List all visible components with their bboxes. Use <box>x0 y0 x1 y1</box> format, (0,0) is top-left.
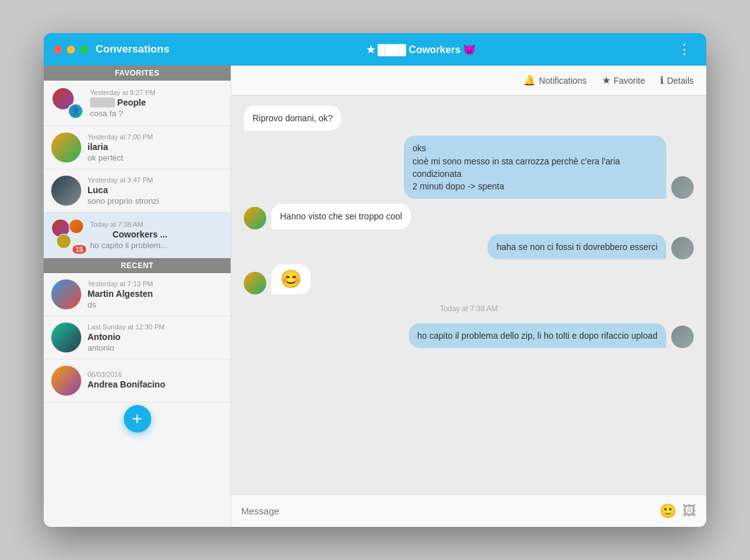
avatar-antonio <box>51 322 81 352</box>
minimize-button[interactable] <box>67 46 75 54</box>
convo-name-luca: Luca <box>88 185 223 195</box>
avatar-group-coworkers: 15 <box>51 219 84 251</box>
message-bubble: Hanno visto che sei troppo cool <box>271 204 411 229</box>
message-row: Riprovo domani, ok? <box>244 106 694 131</box>
sidebar: FAVORITES 👤 Yesterday at 9:27 PM ████ Pe… <box>44 66 231 527</box>
ga2 <box>69 219 84 234</box>
message-row: ho capito il problema dello zip, li ho t… <box>244 323 694 348</box>
message-bubble: haha se non ci fossi ti dovrebbero esser… <box>488 234 666 259</box>
convo-time-luca: Yesterday at 3:47 PM <box>88 176 223 184</box>
message-row: oks cioè mi sono messo in sta carrozza p… <box>244 136 694 199</box>
convo-preview-coworkers: ho capito il problem... <box>90 241 223 250</box>
fullscreen-button[interactable] <box>80 46 88 54</box>
star-icon: ★ <box>602 74 611 86</box>
bell-icon: 🔔 <box>523 74 536 86</box>
convo-item-antonio[interactable]: Last Sunday at 12:30 PM Antonio antonio <box>44 316 231 359</box>
convo-preview-martin: ds <box>88 300 223 309</box>
chat-input-bar: 🙂 🖼 <box>231 494 706 527</box>
info-icon: ℹ <box>660 74 664 86</box>
titlebar: Conversations ★ ████ Coworkers 😈 ⋮ <box>44 33 706 66</box>
notifications-label: Notifications <box>539 76 586 86</box>
message-row: haha se non ci fossi ti dovrebbero esser… <box>244 234 694 259</box>
main-area: FAVORITES 👤 Yesterday at 9:27 PM ████ Pe… <box>44 66 706 527</box>
convo-item-coworkers[interactable]: 15 Today at 7:38 AM Coworkers ... ho cap… <box>44 212 231 258</box>
message-avatar <box>244 272 266 294</box>
message-avatar <box>671 176 694 199</box>
recent-header: RECENT <box>44 258 231 273</box>
convo-text-antonio: Last Sunday at 12:30 PM Antonio antonio <box>88 323 223 352</box>
avatar-martin <box>51 279 81 309</box>
convo-name-coworkers: Coworkers ... <box>90 229 223 239</box>
convo-text-martin: Yesterday at 7:13 PM Martin Algesten ds <box>88 280 223 309</box>
convo-item-martin[interactable]: Yesterday at 7:13 PM Martin Algesten ds <box>44 273 231 316</box>
convo-preview: cosa fa ? <box>90 109 223 118</box>
message-bubble-emoji: 😊 <box>271 264 311 294</box>
message-avatar <box>671 237 694 259</box>
convo-time-andrea: 06/03/2016 <box>88 371 223 378</box>
emoji-button[interactable]: 🙂 <box>659 503 676 519</box>
details-button[interactable]: ℹ Details <box>660 74 694 86</box>
convo-text-coworkers: Today at 7:38 AM Coworkers ... ho capito… <box>90 221 223 250</box>
convo-name-andrea: Andrea Bonifacino <box>88 379 223 389</box>
convo-item-andrea[interactable]: 06/03/2016 Andrea Bonifacino <box>44 359 231 402</box>
traffic-lights <box>54 46 88 54</box>
favorite-label: Favorite <box>614 76 646 86</box>
notifications-button[interactable]: 🔔 Notifications <box>523 74 586 86</box>
date-divider: Today at 7:38 AM <box>244 299 694 318</box>
more-options-button[interactable]: ⋮ <box>672 39 696 60</box>
convo-item-people[interactable]: 👤 Yesterday at 9:27 PM ████ People cosa … <box>44 81 231 126</box>
convo-text-andrea: 06/03/2016 Andrea Bonifacino <box>88 371 223 391</box>
convo-item-luca[interactable]: Yesterday at 3:47 PM Luca sono proprio s… <box>44 169 231 212</box>
favorites-header: FAVORITES <box>44 66 231 81</box>
message-row: Hanno visto che sei troppo cool <box>244 204 694 229</box>
message-bubble: Riprovo domani, ok? <box>244 106 341 131</box>
convo-text-luca: Yesterday at 3:47 PM Luca sono proprio s… <box>88 176 223 206</box>
app-window: Conversations ★ ████ Coworkers 😈 ⋮ FAVOR… <box>44 33 706 527</box>
convo-text-people: Yesterday at 9:27 PM ████ People cosa fa… <box>90 89 223 118</box>
convo-name-ilaria: ilaria <box>88 142 223 152</box>
favorite-button[interactable]: ★ Favorite <box>602 74 646 86</box>
convo-preview-antonio: antonio <box>88 343 223 352</box>
convo-time-antonio: Last Sunday at 12:30 PM <box>88 323 223 331</box>
sidebar-title: Conversations <box>96 43 169 56</box>
convo-time: Yesterday at 9:27 PM <box>90 89 223 96</box>
convo-preview-luca: sono proprio stronzi <box>88 196 223 206</box>
avatar-people-sub: 👤 <box>68 103 84 119</box>
avatar-ilaria <box>51 132 81 162</box>
message-row: 😊 <box>244 264 694 294</box>
message-input[interactable] <box>241 506 653 516</box>
convo-name: ████ People <box>90 98 223 108</box>
details-label: Details <box>667 76 694 86</box>
message-bubble: ho capito il problema dello zip, li ho t… <box>409 323 666 348</box>
avatar-stack-people: 👤 <box>51 87 84 119</box>
message-avatar <box>671 326 694 348</box>
convo-text-ilaria: Yesterday at 7:00 PM ilaria ok perfect <box>88 133 223 162</box>
convo-time-ilaria: Yesterday at 7:00 PM <box>88 133 223 141</box>
avatar-andrea <box>51 366 81 396</box>
chat-area: 🔔 Notifications ★ Favorite ℹ Details Rip… <box>231 66 706 527</box>
convo-item-ilaria[interactable]: Yesterday at 7:00 PM ilaria ok perfect <box>44 126 231 169</box>
chat-title: ★ ████ Coworkers 😈 <box>366 44 476 56</box>
convo-preview-ilaria: ok perfect <box>88 153 223 162</box>
messages-list: Riprovo domani, ok? oks cioè mi sono mes… <box>231 96 706 494</box>
chat-toolbar: 🔔 Notifications ★ Favorite ℹ Details <box>231 66 706 96</box>
new-conversation-button[interactable]: + <box>124 405 151 432</box>
attachment-button[interactable]: 🖼 <box>682 503 696 519</box>
convo-name-martin: Martin Algesten <box>88 289 223 299</box>
convo-name-antonio: Antonio <box>88 332 223 342</box>
message-avatar <box>244 207 266 229</box>
convo-time-coworkers: Today at 7:38 AM <box>90 221 223 228</box>
message-bubble: oks cioè mi sono messo in sta carrozza p… <box>404 136 666 199</box>
close-button[interactable] <box>54 46 62 54</box>
chat-title-area: ★ ████ Coworkers 😈 <box>169 44 672 56</box>
ga3 <box>56 234 71 249</box>
fab-container: + <box>44 402 231 442</box>
convo-time-martin: Yesterday at 7:13 PM <box>88 280 223 288</box>
avatar-luca <box>51 176 81 206</box>
